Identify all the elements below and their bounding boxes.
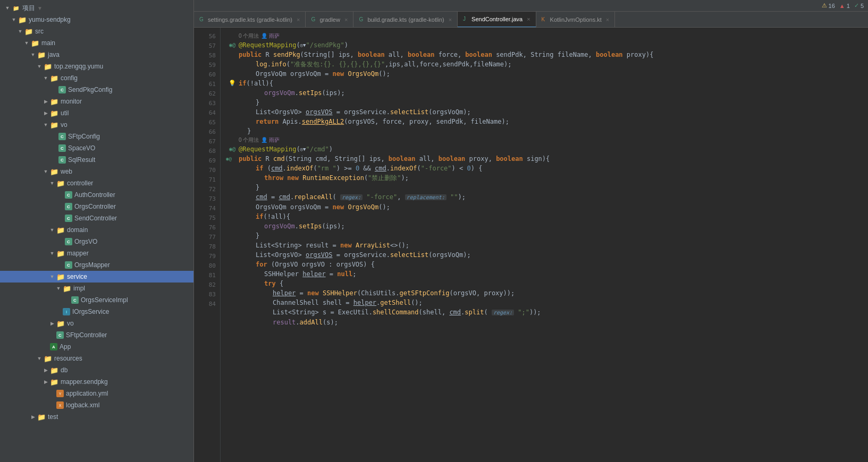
code-lines[interactable]: 0 个用法 👤 雨萨 ◉@ @RequestMapping(◎▼"/sendPk… bbox=[221, 28, 868, 462]
java-class-icon: C bbox=[65, 238, 72, 245]
sidebar-item-top-zengqg-yumu[interactable]: ▼ 📁 top.zengqg.yumu bbox=[0, 61, 193, 72]
code-line-83: List<String> s = ExecUtil.shellCommand(s… bbox=[226, 307, 863, 318]
folder-icon: 📁 bbox=[56, 272, 65, 281]
gutter-icon: ◉@ bbox=[226, 40, 239, 50]
sidebar-item-label: OrgsServiceImpl bbox=[81, 296, 128, 304]
alert-count[interactable]: ▲ 1 bbox=[839, 3, 850, 9]
arrow-icon: ▼ bbox=[43, 168, 49, 175]
sidebar-item-yumu-sendpkg[interactable]: ▼ 📁 yumu-sendpkg bbox=[0, 14, 193, 25]
sidebar-item-SendPkgConfig[interactable]: C SendPkgConfig bbox=[0, 84, 193, 96]
folder-icon: 📁 bbox=[50, 74, 58, 82]
arrow-icon bbox=[57, 203, 64, 210]
sidebar-item-resources[interactable]: ▼ 📁 resources bbox=[0, 353, 193, 364]
sidebar-item-src[interactable]: ▼ 📁 src bbox=[0, 25, 193, 37]
tab-close-icon[interactable]: × bbox=[606, 16, 609, 23]
tab-build-gradle-kts[interactable]: G build.gradle.kts (gradle-kotlin) × bbox=[353, 12, 458, 28]
sidebar-item-label: OrgsVO bbox=[74, 238, 97, 245]
tab-close-icon[interactable]: × bbox=[344, 16, 348, 23]
warning-icon: ⚠ bbox=[822, 2, 827, 9]
sidebar-item-label: top.zengqg.yumu bbox=[54, 63, 103, 70]
sidebar-item-test[interactable]: ▶ 📁 test bbox=[0, 411, 193, 423]
sidebar-item-label: web bbox=[61, 168, 72, 175]
sidebar-item-service[interactable]: ▼ 📁 service bbox=[0, 271, 193, 283]
arrow-icon: ▼ bbox=[49, 227, 55, 233]
sidebar-item-SpaceVO[interactable]: C SpaceVO bbox=[0, 142, 193, 154]
sidebar-item-OrgsController[interactable]: C OrgsController bbox=[0, 201, 193, 212]
code-line-84: result.addAll(s); bbox=[226, 318, 863, 327]
sidebar-item-impl[interactable]: ▼ 📁 impl bbox=[0, 283, 193, 294]
sidebar-item-controller[interactable]: ▼ 📁 controller bbox=[0, 177, 193, 189]
java-class-icon: C bbox=[56, 331, 64, 339]
code-line-72: OrgsVoQm orgsVoQm = new OrgsVoQm(); bbox=[226, 202, 863, 212]
sidebar-item-OrgsVO[interactable]: C OrgsVO bbox=[0, 236, 193, 247]
sidebar-item-project-root[interactable]: ▼ 📁 项目 ▼ bbox=[0, 2, 193, 14]
sidebar-item-label: logback.xml bbox=[66, 401, 99, 409]
sidebar-item-vo-top[interactable]: ▼ 📁 vo bbox=[0, 119, 193, 131]
folder-icon: 📁 bbox=[50, 378, 58, 386]
code-area[interactable]: 56 57 58 59 60 61 62 63 64 65 66 67 68 6… bbox=[194, 28, 868, 462]
sidebar-item-mapper-sendpkg[interactable]: ▶ 📁 mapper.sendpkg bbox=[0, 376, 193, 388]
sidebar-item-OrgsMapper[interactable]: C OrgsMapper bbox=[0, 259, 193, 271]
file-tree[interactable]: ▼ 📁 项目 ▼ ▼ 📁 yumu-sendpkg ▼ 📁 src ▼ 📁 ma… bbox=[0, 0, 194, 462]
tab-gradlew[interactable]: G gradlew × bbox=[306, 12, 353, 28]
arrow-icon: ▼ bbox=[4, 5, 11, 11]
arrow-icon bbox=[51, 87, 57, 93]
tab-settings-gradle-kts[interactable]: G settings.gradle.kts (gradle-kotlin) × bbox=[194, 12, 306, 28]
sidebar-item-App[interactable]: A App bbox=[0, 341, 193, 353]
code-line-65: } bbox=[226, 126, 863, 136]
sidebar-item-domain[interactable]: ▼ 📁 domain bbox=[0, 224, 193, 236]
sidebar-item-monitor[interactable]: ▶ 📁 monitor bbox=[0, 96, 193, 107]
sidebar-item-SqlResult[interactable]: C SqlResult bbox=[0, 154, 193, 166]
sidebar-item-java[interactable]: ▼ 📁 java bbox=[0, 49, 193, 61]
folder-icon: 📁 bbox=[50, 366, 58, 374]
folder-icon: 📁 bbox=[56, 319, 65, 328]
gradle-icon: G bbox=[199, 16, 206, 23]
sidebar-item-AuthController[interactable]: C AuthController bbox=[0, 189, 193, 201]
sidebar-item-label: OrgsMapper bbox=[74, 261, 110, 269]
code-line-78: for (OrgsVO orgsVO : orgsVOS) { bbox=[226, 260, 863, 269]
tab-SendController[interactable]: J SendController.java × bbox=[458, 12, 536, 28]
sidebar-item-OrgsServiceImpl[interactable]: C OrgsServiceImpl bbox=[0, 294, 193, 306]
code-line-80: try { bbox=[226, 279, 863, 288]
arrow-icon bbox=[49, 390, 55, 397]
arrow-icon bbox=[64, 297, 70, 303]
code-line-60: 💡 if(!all){ bbox=[226, 79, 863, 88]
sidebar-item-logback-xml[interactable]: X logback.xml bbox=[0, 399, 193, 411]
sidebar-item-db[interactable]: ▶ 📁 db bbox=[0, 364, 193, 376]
code-line-76: List<String> result = new ArrayList<>(); bbox=[226, 241, 863, 250]
arrow-icon bbox=[57, 238, 64, 245]
yaml-icon: Y bbox=[56, 390, 64, 397]
folder-icon: 📁 bbox=[44, 354, 52, 363]
sidebar-item-label: db bbox=[61, 366, 68, 374]
java-class-icon: C bbox=[65, 215, 72, 222]
arrow-icon bbox=[51, 133, 57, 140]
arrow-icon bbox=[51, 157, 57, 163]
sidebar-item-SFtpConfig[interactable]: C SFtpConfig bbox=[0, 131, 193, 142]
sidebar-item-IOrgsService[interactable]: I IOrgsService bbox=[0, 306, 193, 318]
sidebar-item-application-yml[interactable]: Y application.yml bbox=[0, 388, 193, 399]
sidebar-item-util[interactable]: ▶ 📁 util bbox=[0, 107, 193, 119]
code-line-57: ◉@ @RequestMapping(◎▼"/sendPkg") bbox=[226, 40, 863, 50]
code-editor: ⚠ 16 ▲ 1 ✓ 5 G settings.gradle.kts (grad… bbox=[194, 0, 868, 462]
sidebar-item-config[interactable]: ▼ 📁 config bbox=[0, 72, 193, 84]
sidebar-item-label: SFtpConfig bbox=[68, 133, 100, 140]
gutter-icon-method bbox=[226, 50, 239, 59]
sidebar-item-web[interactable]: ▼ 📁 web bbox=[0, 166, 193, 177]
folder-icon: 📁 bbox=[37, 413, 46, 421]
tab-KotlinJvmOptions[interactable]: K KotlinJvmOptions.kt × bbox=[536, 12, 616, 28]
sidebar-item-mapper[interactable]: ▼ 📁 mapper bbox=[0, 247, 193, 259]
tab-close-icon[interactable]: × bbox=[527, 16, 530, 22]
sidebar-item-label: vo bbox=[67, 320, 74, 327]
sidebar-item-main[interactable]: ▼ 📁 main bbox=[0, 37, 193, 49]
sidebar-item-label: application.yml bbox=[66, 390, 108, 397]
sidebar-item-SendController[interactable]: C SendController bbox=[0, 212, 193, 224]
sidebar-item-vo-web[interactable]: ▶ 📁 vo bbox=[0, 318, 193, 329]
tab-close-icon[interactable]: × bbox=[297, 16, 300, 23]
sidebar-item-SFtpController[interactable]: C SFtpController bbox=[0, 329, 193, 341]
arrow-icon: ▼ bbox=[17, 28, 23, 35]
tab-close-icon[interactable]: × bbox=[449, 16, 452, 23]
folder-icon: 📁 bbox=[44, 62, 52, 71]
ok-count[interactable]: ✓ 5 bbox=[854, 2, 864, 9]
warning-count[interactable]: ⚠ 16 bbox=[822, 2, 835, 9]
sidebar-item-label: SqlResult bbox=[68, 156, 95, 164]
